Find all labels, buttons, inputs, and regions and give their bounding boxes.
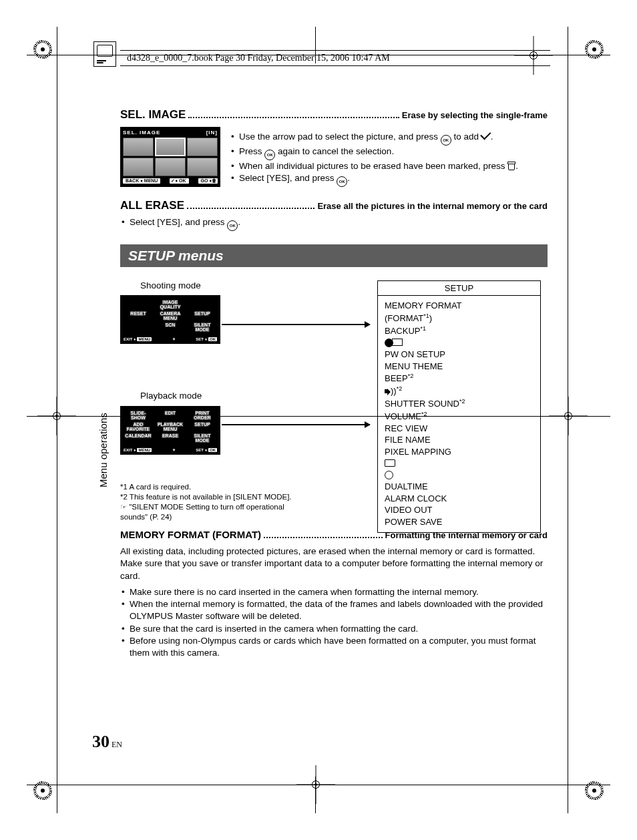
setup-item: FILE NAME xyxy=(385,434,534,446)
menu-cell: CALENDAR xyxy=(124,433,153,443)
sel-image-lcd: SEL. IMAGE [IN] BACK♦MENU ✓♦OK GO♦🗑 xyxy=(120,127,220,187)
all-erase-desc: Erase all the pictures in the internal m… xyxy=(317,201,548,211)
page-num-value: 30 xyxy=(92,732,110,751)
printer-line xyxy=(57,27,57,813)
leader-dots xyxy=(188,117,399,118)
ok-func-icon: OK xyxy=(227,220,238,231)
sel-image-heading: SEL. IMAGE Erase by selecting the single… xyxy=(120,108,548,122)
arrow-icon xyxy=(222,424,370,425)
lcd-nav-icon: ✦ xyxy=(172,447,176,452)
sel-image-title: SEL. IMAGE xyxy=(120,108,186,122)
menu-cell: EDIT xyxy=(156,411,185,420)
menu-cell: CAMERA MENU xyxy=(156,311,185,321)
setup-item: SHUTTER SOUND*2 xyxy=(385,397,534,410)
leader-dots xyxy=(264,537,382,538)
memory-format-title: MEMORY FORMAT (FORMAT) xyxy=(120,529,261,540)
setup-item: PW ON SETUP xyxy=(385,349,534,361)
framemaker-icon xyxy=(93,41,116,67)
setup-item: REC VIEW xyxy=(385,423,534,435)
menu-cell: ADD FAVORITE xyxy=(124,422,153,431)
menu-cell xyxy=(124,323,153,332)
setup-item-speaker-icon: ))*2 xyxy=(385,385,534,397)
crop-mark xyxy=(585,40,604,59)
lcd-exit: EXIT♦MENU xyxy=(124,337,152,341)
memory-format-b1: Make sure there is no card inserted in t… xyxy=(120,586,548,598)
memory-format-intro: All existing data, including protected p… xyxy=(120,546,548,582)
footnote-ref: ☞ "SILENT MODE Setting to turn off opera… xyxy=(120,502,307,522)
lcd-set: SET♦OK xyxy=(196,447,217,452)
lcd-exit: EXIT♦MENU xyxy=(124,447,152,452)
ok-func-icon: OK xyxy=(337,176,347,187)
speaker-icon xyxy=(385,386,391,396)
setup-menus-bar: SETUP menus xyxy=(120,244,548,267)
menu-cell: SLIDE- SHOW xyxy=(124,411,153,420)
menu-cell: PRINT ORDER xyxy=(188,411,217,420)
memory-format-b3: Be sure that the card is inserted in the… xyxy=(120,623,548,635)
playback-mode-lcd: SLIDE- SHOW EDIT PRINT ORDER ADD FAVORIT… xyxy=(120,406,220,455)
memory-format-b4: Before using non-Olympus cards or cards … xyxy=(120,635,548,659)
thumb xyxy=(155,158,186,176)
setup-item: POWER SAVE xyxy=(385,516,534,528)
menu-cell: SCN xyxy=(156,323,185,332)
page-lang: EN xyxy=(112,740,122,749)
all-erase-title: ALL ERASE xyxy=(120,199,184,212)
printer-line xyxy=(27,785,610,785)
setup-item: MENU THEME xyxy=(385,361,534,373)
footnote-1: *1 A card is required. xyxy=(120,482,307,492)
section-side-label: Menu operations xyxy=(97,413,109,487)
memory-format-b2: When the internal memory is formatted, t… xyxy=(120,598,548,622)
setup-item-lcd-icon xyxy=(385,457,534,469)
setup-item: BACKUP*1 xyxy=(385,325,534,337)
sel-image-step-3: When all individual pictures to be erase… xyxy=(230,160,548,172)
all-erase-step-1: Select [YES], and press OK. xyxy=(120,216,548,231)
shooting-mode-lcd: IMAGE QUALITY RESET CAMERA MENU SETUP SC… xyxy=(120,295,220,344)
setup-item: PIXEL MAPPING xyxy=(385,446,534,458)
setup-item: VOLUME*2 xyxy=(385,410,534,423)
page-header: d4328_e_0000_7.book Page 30 Friday, Dece… xyxy=(120,50,550,66)
arrow-icon xyxy=(222,324,370,325)
setup-item: ALARM CLOCK xyxy=(385,493,534,505)
setup-item: VIDEO OUT xyxy=(385,504,534,516)
thumb xyxy=(123,158,154,176)
menu-cell-setup: SETUP xyxy=(188,311,217,321)
sel-image-desc: Erase by selecting the single-frame xyxy=(402,110,548,120)
thumb xyxy=(187,158,218,176)
lcd-in-badge: [IN] xyxy=(206,130,218,136)
monitor-icon xyxy=(385,458,395,468)
setup-item-clock-icon xyxy=(385,469,534,481)
sel-image-step-2: Press OK again to cancel the selection. xyxy=(230,146,548,160)
setup-item: DUALTIME xyxy=(385,481,534,493)
sel-image-step-4: Select [YES], and press OK. xyxy=(230,172,548,187)
footnotes: *1 A card is required. *2 This feature i… xyxy=(120,482,307,522)
header-text: d4328_e_0000_7.book Page 30 Friday, Dece… xyxy=(127,53,390,63)
footnote-2: *2 This feature is not available in [SIL… xyxy=(120,492,307,502)
menu-cell: RESET xyxy=(124,311,153,321)
lcd-back: BACK♦MENU xyxy=(123,178,160,184)
check-icon xyxy=(481,133,491,140)
ok-func-icon: OK xyxy=(441,135,451,146)
menu-cell: IMAGE QUALITY xyxy=(156,300,185,309)
lcd-title: SEL. IMAGE xyxy=(123,130,160,136)
thumb xyxy=(123,138,154,156)
menu-cell: PLAYBACK MENU xyxy=(156,422,185,431)
printer-line xyxy=(568,27,568,813)
menu-cell xyxy=(124,300,153,309)
menu-cell: SILENT MODE xyxy=(188,323,217,332)
setup-item: MEMORY FORMAT xyxy=(385,300,534,312)
reference-icon: ☞ xyxy=(120,503,127,511)
page-number: 30EN xyxy=(92,732,122,752)
lcd-set: SET♦OK xyxy=(196,337,217,341)
crop-mark xyxy=(33,40,52,59)
menu-cell: ERASE xyxy=(156,433,185,443)
menu-cell-setup: SETUP xyxy=(188,422,217,431)
printer-line xyxy=(315,777,316,813)
menu-cell: SILENT MODE xyxy=(188,433,217,443)
leader-dots xyxy=(187,208,314,209)
lcd-nav-icon: ✦ xyxy=(172,337,176,341)
thumb xyxy=(187,138,218,156)
sel-image-step-1: Use the arrow pad to select the picture,… xyxy=(230,131,548,146)
setup-item-language-icon xyxy=(385,337,534,349)
playback-mode-label: Playback mode xyxy=(140,391,202,401)
menu-cell xyxy=(188,300,217,309)
setup-list-title: SETUP xyxy=(378,281,540,296)
